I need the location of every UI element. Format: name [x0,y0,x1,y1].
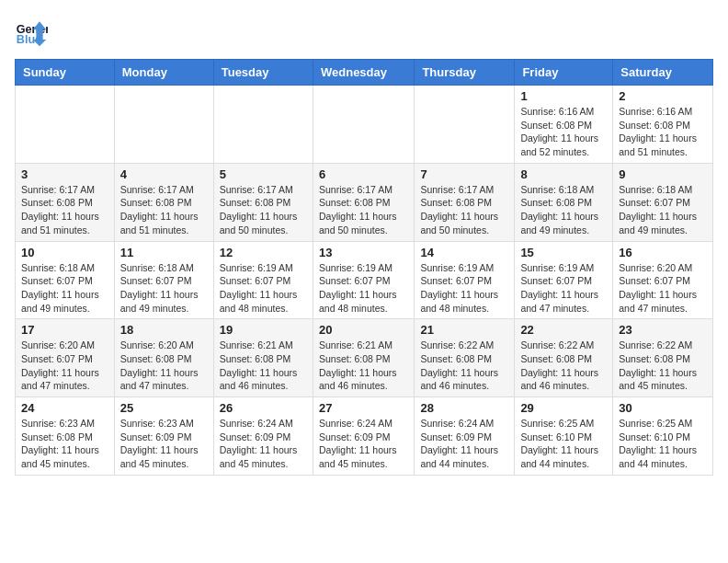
calendar-cell [313,86,414,164]
day-number: 28 [420,401,508,415]
calendar-cell: 15Sunrise: 6:19 AM Sunset: 6:07 PM Dayli… [515,241,613,319]
day-info: Sunrise: 6:19 AM Sunset: 6:07 PM Dayligh… [520,261,607,316]
calendar-cell [114,86,213,164]
calendar-cell: 5Sunrise: 6:17 AM Sunset: 6:08 PM Daylig… [213,163,313,241]
calendar-table: SundayMondayTuesdayWednesdayThursdayFrid… [15,59,713,476]
day-info: Sunrise: 6:21 AM Sunset: 6:08 PM Dayligh… [220,339,307,393]
calendar-cell: 27Sunrise: 6:24 AM Sunset: 6:09 PM Dayli… [313,397,414,476]
day-number: 11 [120,246,208,259]
logo-icon: General Blue [15,15,48,48]
calendar-header-row: SundayMondayTuesdayWednesdayThursdayFrid… [16,60,713,86]
day-info: Sunrise: 6:23 AM Sunset: 6:08 PM Dayligh… [21,417,108,471]
day-number: 8 [520,167,607,181]
day-info: Sunrise: 6:17 AM Sunset: 6:08 PM Dayligh… [21,183,108,237]
calendar-cell: 14Sunrise: 6:19 AM Sunset: 6:07 PM Dayli… [415,241,515,319]
day-number: 21 [420,323,508,337]
calendar-week-2: 3Sunrise: 6:17 AM Sunset: 6:08 PM Daylig… [16,163,713,241]
day-info: Sunrise: 6:22 AM Sunset: 6:08 PM Dayligh… [420,339,508,393]
calendar-cell: 3Sunrise: 6:17 AM Sunset: 6:08 PM Daylig… [16,163,115,241]
col-header-sunday: Sunday [16,60,115,86]
calendar-cell: 26Sunrise: 6:24 AM Sunset: 6:09 PM Dayli… [213,397,313,476]
day-info: Sunrise: 6:18 AM Sunset: 6:07 PM Dayligh… [21,261,108,316]
day-info: Sunrise: 6:19 AM Sunset: 6:07 PM Dayligh… [319,261,408,316]
day-info: Sunrise: 6:19 AM Sunset: 6:07 PM Dayligh… [420,261,508,316]
day-info: Sunrise: 6:20 AM Sunset: 6:08 PM Dayligh… [120,339,208,393]
day-number: 30 [619,401,707,415]
logo: General Blue [15,15,51,48]
day-info: Sunrise: 6:25 AM Sunset: 6:10 PM Dayligh… [619,417,707,471]
calendar-cell: 16Sunrise: 6:20 AM Sunset: 6:07 PM Dayli… [613,241,713,319]
calendar-cell: 18Sunrise: 6:20 AM Sunset: 6:08 PM Dayli… [114,319,213,397]
calendar-cell: 2Sunrise: 6:16 AM Sunset: 6:08 PM Daylig… [613,86,713,164]
day-info: Sunrise: 6:22 AM Sunset: 6:08 PM Dayligh… [520,339,607,393]
col-header-saturday: Saturday [613,60,713,86]
day-info: Sunrise: 6:24 AM Sunset: 6:09 PM Dayligh… [220,417,307,471]
day-info: Sunrise: 6:18 AM Sunset: 6:08 PM Dayligh… [520,183,607,237]
day-info: Sunrise: 6:24 AM Sunset: 6:09 PM Dayligh… [420,417,508,471]
calendar-cell: 12Sunrise: 6:19 AM Sunset: 6:07 PM Dayli… [213,241,313,319]
calendar-cell: 24Sunrise: 6:23 AM Sunset: 6:08 PM Dayli… [16,397,115,476]
day-number: 2 [619,89,707,103]
day-number: 24 [21,401,108,415]
day-number: 17 [21,323,108,337]
col-header-monday: Monday [114,60,213,86]
day-number: 7 [420,167,508,181]
calendar-week-4: 17Sunrise: 6:20 AM Sunset: 6:07 PM Dayli… [16,319,713,397]
day-info: Sunrise: 6:16 AM Sunset: 6:08 PM Dayligh… [520,105,607,159]
day-info: Sunrise: 6:17 AM Sunset: 6:08 PM Dayligh… [120,183,208,237]
day-number: 4 [120,167,208,181]
calendar-cell: 8Sunrise: 6:18 AM Sunset: 6:08 PM Daylig… [515,163,613,241]
day-number: 16 [619,246,707,259]
calendar-cell [415,86,515,164]
col-header-wednesday: Wednesday [313,60,414,86]
day-number: 20 [319,323,408,337]
day-info: Sunrise: 6:24 AM Sunset: 6:09 PM Dayligh… [319,417,408,471]
day-number: 25 [120,401,208,415]
day-number: 22 [520,323,607,337]
day-info: Sunrise: 6:21 AM Sunset: 6:08 PM Dayligh… [319,339,408,393]
day-info: Sunrise: 6:23 AM Sunset: 6:09 PM Dayligh… [120,417,208,471]
day-info: Sunrise: 6:19 AM Sunset: 6:07 PM Dayligh… [220,261,307,316]
day-info: Sunrise: 6:22 AM Sunset: 6:08 PM Dayligh… [619,339,707,393]
day-info: Sunrise: 6:18 AM Sunset: 6:07 PM Dayligh… [120,261,208,316]
day-number: 5 [220,167,307,181]
day-number: 10 [21,246,108,259]
day-info: Sunrise: 6:17 AM Sunset: 6:08 PM Dayligh… [319,183,408,237]
calendar-cell: 9Sunrise: 6:18 AM Sunset: 6:07 PM Daylig… [613,163,713,241]
calendar-week-1: 1Sunrise: 6:16 AM Sunset: 6:08 PM Daylig… [16,86,713,164]
calendar-cell: 11Sunrise: 6:18 AM Sunset: 6:07 PM Dayli… [114,241,213,319]
calendar-cell: 1Sunrise: 6:16 AM Sunset: 6:08 PM Daylig… [515,86,613,164]
calendar-week-5: 24Sunrise: 6:23 AM Sunset: 6:08 PM Dayli… [16,397,713,476]
calendar-cell: 4Sunrise: 6:17 AM Sunset: 6:08 PM Daylig… [114,163,213,241]
calendar-cell: 19Sunrise: 6:21 AM Sunset: 6:08 PM Dayli… [213,319,313,397]
calendar-cell [213,86,313,164]
day-info: Sunrise: 6:20 AM Sunset: 6:07 PM Dayligh… [21,339,108,393]
day-number: 15 [520,246,607,259]
col-header-friday: Friday [515,60,613,86]
day-info: Sunrise: 6:18 AM Sunset: 6:07 PM Dayligh… [619,183,707,237]
day-number: 1 [520,89,607,103]
calendar-cell: 25Sunrise: 6:23 AM Sunset: 6:09 PM Dayli… [114,397,213,476]
page-header: General Blue [15,15,713,48]
calendar-cell: 13Sunrise: 6:19 AM Sunset: 6:07 PM Dayli… [313,241,414,319]
day-number: 27 [319,401,408,415]
day-info: Sunrise: 6:17 AM Sunset: 6:08 PM Dayligh… [220,183,307,237]
calendar-cell: 23Sunrise: 6:22 AM Sunset: 6:08 PM Dayli… [613,319,713,397]
day-info: Sunrise: 6:25 AM Sunset: 6:10 PM Dayligh… [520,417,607,471]
calendar-cell: 7Sunrise: 6:17 AM Sunset: 6:08 PM Daylig… [415,163,515,241]
calendar-cell: 29Sunrise: 6:25 AM Sunset: 6:10 PM Dayli… [515,397,613,476]
day-info: Sunrise: 6:16 AM Sunset: 6:08 PM Dayligh… [619,105,707,159]
day-number: 12 [220,246,307,259]
calendar-cell: 20Sunrise: 6:21 AM Sunset: 6:08 PM Dayli… [313,319,414,397]
day-number: 13 [319,246,408,259]
calendar-cell: 10Sunrise: 6:18 AM Sunset: 6:07 PM Dayli… [16,241,115,319]
day-number: 6 [319,167,408,181]
col-header-thursday: Thursday [415,60,515,86]
calendar-cell: 6Sunrise: 6:17 AM Sunset: 6:08 PM Daylig… [313,163,414,241]
day-number: 18 [120,323,208,337]
day-number: 9 [619,167,707,181]
calendar-cell: 30Sunrise: 6:25 AM Sunset: 6:10 PM Dayli… [613,397,713,476]
calendar-week-3: 10Sunrise: 6:18 AM Sunset: 6:07 PM Dayli… [16,241,713,319]
day-number: 29 [520,401,607,415]
col-header-tuesday: Tuesday [213,60,313,86]
